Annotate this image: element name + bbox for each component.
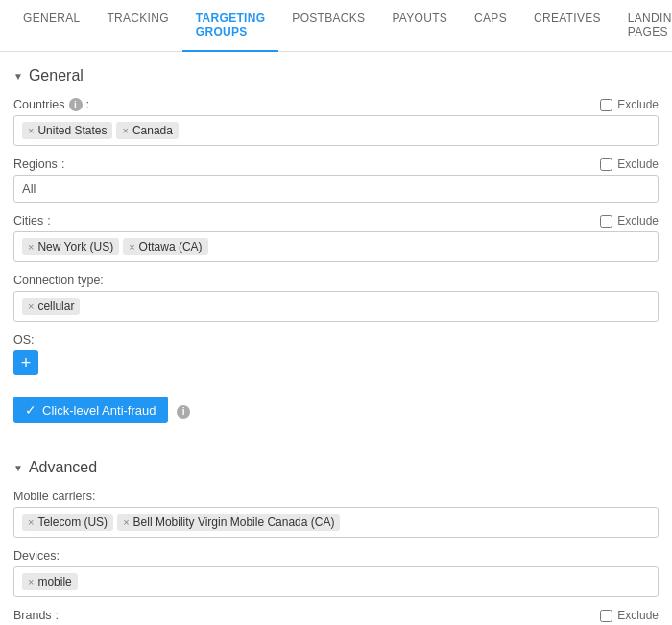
os-add-button[interactable]: + xyxy=(13,350,38,375)
tag-text: Telecom (US) xyxy=(37,516,108,529)
tag-text: cellular xyxy=(37,300,74,313)
advanced-arrow-icon: ▼ xyxy=(13,463,23,473)
main-content: ▼ General Countries i : Exclude ×United … xyxy=(0,52,672,625)
regions-input[interactable] xyxy=(13,175,659,203)
mobile-carriers-row: Mobile carriers: ×Telecom (US)×Bell Mobi… xyxy=(13,490,659,538)
mobile-carriers-tag-field[interactable]: ×Telecom (US)×Bell Mobility Virgin Mobil… xyxy=(13,507,659,538)
tag-text: Canada xyxy=(132,124,173,137)
countries-exclude-checkbox-label[interactable]: Exclude xyxy=(600,98,659,111)
tag-text: United States xyxy=(37,124,107,137)
brands-exclude-label: Exclude xyxy=(617,609,659,622)
countries-info-icon[interactable]: i xyxy=(69,98,83,111)
tag-remove-icon[interactable]: × xyxy=(122,125,128,136)
connection-type-label-row: Connection type: xyxy=(13,274,659,287)
tag-item: ×Ottawa (CA) xyxy=(123,238,207,255)
cities-tag-field[interactable]: ×New York (US)×Ottawa (CA) xyxy=(13,231,659,262)
brands-exclude-checkbox[interactable] xyxy=(600,610,612,622)
regions-label: Regions xyxy=(13,157,58,171)
tag-item: ×New York (US) xyxy=(22,238,119,255)
countries-label-row: Countries i : Exclude xyxy=(13,98,659,111)
tag-remove-icon[interactable]: × xyxy=(28,300,34,312)
advanced-section: ▼ Advanced Mobile carriers: ×Telecom (US… xyxy=(13,459,659,625)
cities-row: Cities : Exclude ×New York (US)×Ottawa (… xyxy=(13,214,659,262)
devices-tag-field[interactable]: ×mobile xyxy=(13,566,659,597)
brands-label-row: Brands : Exclude xyxy=(13,609,659,622)
tag-text: Ottawa (CA) xyxy=(139,240,203,253)
section-divider xyxy=(13,445,659,445)
tag-remove-icon[interactable]: × xyxy=(28,125,34,136)
devices-label-row: Devices: xyxy=(13,549,659,563)
countries-label: Countries xyxy=(13,98,65,111)
tag-remove-icon[interactable]: × xyxy=(28,241,34,252)
general-arrow-icon: ▼ xyxy=(13,71,23,82)
general-section-header[interactable]: ▼ General xyxy=(13,67,659,84)
nav-tab-creatives[interactable]: CREATIVES xyxy=(520,0,614,52)
tag-remove-icon[interactable]: × xyxy=(28,576,34,588)
tag-item: ×Telecom (US) xyxy=(22,514,113,531)
mobile-carriers-label: Mobile carriers: xyxy=(13,490,95,503)
regions-row: Regions : Exclude xyxy=(13,157,659,203)
tag-item: ×cellular xyxy=(22,298,80,315)
tag-item: ×Canada xyxy=(116,122,178,139)
countries-exclude-checkbox[interactable] xyxy=(600,99,612,111)
nav-tabs: GENERALTRACKINGTARGETING GROUPSPOSTBACKS… xyxy=(0,0,672,52)
nav-tab-general[interactable]: GENERAL xyxy=(10,0,93,52)
regions-exclude-label: Exclude xyxy=(617,157,659,171)
connection-type-tag-field[interactable]: ×cellular xyxy=(13,291,659,322)
tag-remove-icon[interactable]: × xyxy=(129,241,134,252)
tag-text: Bell Mobility Virgin Mobile Canada (CA) xyxy=(133,516,335,529)
cities-exclude-checkbox[interactable] xyxy=(600,215,612,228)
tag-text: New York (US) xyxy=(37,240,113,253)
tag-item: ×mobile xyxy=(22,573,78,590)
antifraud-row: ✓ Click-level Anti-fraud i xyxy=(13,387,659,437)
tag-remove-icon[interactable]: × xyxy=(123,517,129,528)
tag-item: ×United States xyxy=(22,122,112,139)
tag-item: ×Bell Mobility Virgin Mobile Canada (CA) xyxy=(117,514,340,531)
antifraud-button[interactable]: ✓ Click-level Anti-fraud xyxy=(13,397,168,423)
advanced-section-title: Advanced xyxy=(29,459,97,476)
tag-text: mobile xyxy=(37,575,71,589)
countries-row: Countries i : Exclude ×United States×Can… xyxy=(13,98,659,146)
devices-row: Devices: ×mobile xyxy=(13,549,659,597)
cities-exclude-checkbox-label[interactable]: Exclude xyxy=(600,214,659,228)
antifraud-info-icon[interactable]: i xyxy=(177,405,190,419)
mobile-carriers-label-row: Mobile carriers: xyxy=(13,490,659,503)
antifraud-label: Click-level Anti-fraud xyxy=(42,403,156,418)
brands-label: Brands xyxy=(13,609,52,622)
nav-tab-tracking[interactable]: TRACKING xyxy=(93,0,181,52)
cities-exclude-label: Exclude xyxy=(617,214,659,228)
nav-tab-landing-pages[interactable]: LANDING PAGES xyxy=(614,0,672,52)
regions-label-row: Regions : Exclude xyxy=(13,157,659,171)
connection-type-label: Connection type: xyxy=(13,274,104,287)
regions-exclude-checkbox-label[interactable]: Exclude xyxy=(600,157,659,171)
nav-tab-targeting[interactable]: TARGETING GROUPS xyxy=(182,0,278,52)
regions-exclude-checkbox[interactable] xyxy=(600,158,612,171)
countries-tag-field[interactable]: ×United States×Canada xyxy=(13,115,659,146)
cities-label: Cities xyxy=(13,214,43,228)
nav-tab-caps[interactable]: CAPS xyxy=(461,0,520,52)
devices-label: Devices: xyxy=(13,549,60,563)
general-section-title: General xyxy=(29,67,84,84)
countries-exclude-label: Exclude xyxy=(617,98,659,111)
os-row: OS: + xyxy=(13,333,659,375)
tag-remove-icon[interactable]: × xyxy=(28,517,34,528)
nav-tab-payouts[interactable]: PAYOUTS xyxy=(378,0,461,52)
antifraud-check-icon: ✓ xyxy=(25,402,36,418)
general-section: ▼ General Countries i : Exclude ×United … xyxy=(13,67,659,437)
advanced-section-header[interactable]: ▼ Advanced xyxy=(13,459,659,476)
cities-label-row: Cities : Exclude xyxy=(13,214,659,228)
nav-tab-postbacks[interactable]: POSTBACKS xyxy=(278,0,378,52)
brands-exclude-checkbox-label[interactable]: Exclude xyxy=(600,609,659,622)
connection-type-row: Connection type: ×cellular xyxy=(13,274,659,322)
brands-row: Brands : Exclude xyxy=(13,609,659,625)
os-label-row: OS: xyxy=(13,333,659,347)
os-label: OS: xyxy=(13,333,35,347)
